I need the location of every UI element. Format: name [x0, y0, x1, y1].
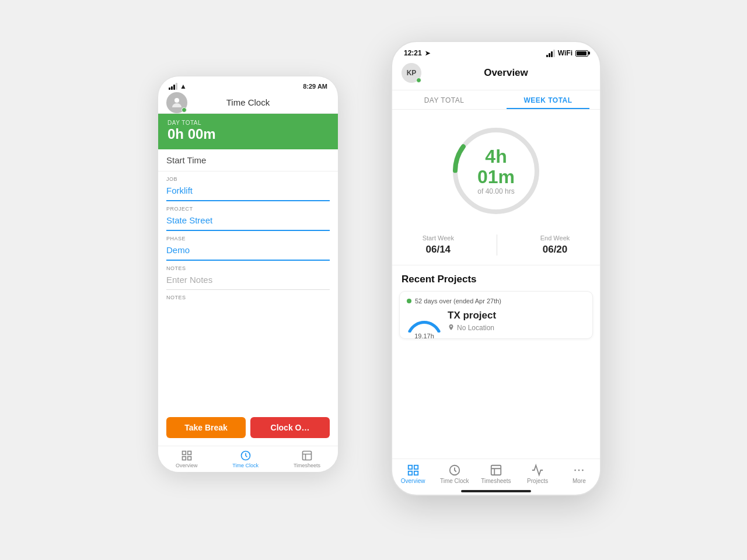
take-break-button[interactable]: Take Break — [166, 417, 246, 438]
project-arc-chart: 19.17h — [407, 309, 442, 332]
ring-sub-label: of 40.00 hrs — [472, 187, 521, 195]
nav-timesheets-label-back: Timesheets — [294, 463, 320, 468]
svg-rect-2 — [187, 452, 191, 455]
header-back: Time Clock — [158, 94, 338, 114]
start-time-label: Start Time — [166, 155, 206, 165]
svg-rect-12 — [414, 466, 417, 469]
nav-overview-front[interactable]: Overview — [397, 464, 430, 484]
svg-point-20 — [578, 470, 580, 471]
grid-icon — [407, 464, 420, 477]
nav-bar-back: Overview Time Clock Timesheets — [158, 446, 338, 472]
svg-rect-6 — [302, 452, 311, 460]
start-week-date: 06/14 — [423, 244, 454, 256]
job-label: JOB — [166, 176, 330, 182]
svg-rect-14 — [414, 471, 417, 475]
project-overdue-row: 52 days over (ended Apr 27th) — [407, 298, 585, 304]
project-card-0[interactable]: 52 days over (ended Apr 27th) 19.17h TX … — [399, 291, 593, 339]
avatar-initials: KP — [407, 69, 417, 77]
svg-rect-11 — [408, 466, 411, 469]
overdue-text: 52 days over (ended Apr 27th) — [415, 298, 501, 304]
front-phone: 12:21 ➤ WiFi — [391, 41, 601, 496]
action-buttons-back: Take Break Clock O… — [158, 411, 338, 444]
notes1-label: NOTES — [166, 265, 330, 271]
tab-day-total[interactable]: DAY TOTAL — [392, 90, 496, 109]
project-location-text: No Location — [457, 324, 494, 332]
day-total-value-back: 0h 00m — [167, 126, 329, 142]
end-week-date: 06/20 — [540, 244, 570, 256]
avatar-online-dot — [416, 78, 421, 83]
nav-overview-label-back: Overview — [176, 463, 198, 468]
avatar-dot-back — [181, 107, 187, 113]
nav-timesheets-label-front: Timesheets — [481, 478, 511, 484]
nav-more-front[interactable]: More — [563, 464, 595, 484]
scene: ▲ 8:29 AM Time Clock DAY TOTAL 0h 00m — [146, 41, 601, 519]
header-title-back: Time Clock — [226, 97, 270, 107]
job-value[interactable]: Forklift — [166, 183, 330, 201]
notes2-label: NOTES — [166, 295, 330, 300]
recent-projects-section: Recent Projects 52 days over (ended Apr … — [392, 265, 600, 459]
svg-point-21 — [582, 470, 584, 471]
battery-icon — [575, 50, 588, 57]
project-info: TX project No Location — [448, 310, 585, 332]
project-label: PROJECT — [166, 206, 330, 212]
fields-section: JOB Forklift PROJECT State Street PHASE … — [158, 172, 338, 300]
location-icon: ➤ — [425, 50, 430, 57]
clock-out-button[interactable]: Clock O… — [250, 417, 330, 438]
sheet-icon — [490, 464, 502, 477]
nav-overview-back[interactable]: Overview — [176, 450, 198, 468]
nav-timeclock-label-front: Time Clock — [440, 478, 469, 484]
svg-rect-16 — [491, 466, 501, 475]
recent-projects-title: Recent Projects — [392, 265, 600, 291]
more-icon — [573, 464, 585, 477]
svg-rect-4 — [187, 457, 191, 460]
nav-bar-front: Overview Time Clock Timesheets — [392, 459, 600, 487]
week-row: Start Week 06/14 End Week 06/20 — [392, 226, 600, 265]
nav-timesheets-front[interactable]: Timesheets — [480, 464, 512, 484]
header-title-front: Overview — [421, 67, 591, 79]
clock-icon — [448, 464, 461, 477]
location-pin-icon — [448, 324, 455, 332]
end-week-col: End Week 06/20 — [540, 235, 570, 256]
status-time-front: 12:21 — [404, 49, 422, 57]
project-name: TX project — [448, 310, 585, 321]
nav-projects-label-front: Projects — [527, 478, 548, 484]
status-bar-front: 12:21 ➤ WiFi — [392, 42, 600, 61]
project-value[interactable]: State Street — [166, 213, 330, 231]
wifi-icon: WiFi — [558, 49, 573, 57]
status-bar-back: ▲ 8:29 AM — [158, 76, 338, 94]
chart-icon — [531, 464, 544, 477]
phase-label: PHASE — [166, 236, 330, 242]
nav-timesheets-back[interactable]: Timesheets — [294, 450, 320, 468]
week-divider — [497, 235, 497, 256]
ring-time-value: 4h 01m — [472, 146, 521, 187]
ring-text: 4h 01m of 40.00 hrs — [472, 146, 521, 195]
project-body: 19.17h TX project No Location — [407, 309, 585, 332]
nav-overview-label-front: Overview — [401, 478, 425, 484]
svg-rect-1 — [182, 452, 186, 455]
start-week-label: Start Week — [423, 235, 454, 242]
day-total-back: DAY TOTAL 0h 00m — [158, 114, 338, 149]
svg-point-0 — [174, 98, 179, 103]
svg-rect-13 — [408, 471, 411, 475]
avatar-back — [166, 92, 187, 113]
overdue-dot — [407, 299, 411, 303]
nav-timeclock-label-back: Time Clock — [232, 463, 259, 468]
signal-icon — [546, 50, 555, 57]
day-total-label-back: DAY TOTAL — [167, 120, 329, 126]
status-icons-front: WiFi — [546, 49, 588, 57]
home-indicator — [461, 490, 531, 492]
back-phone: ▲ 8:29 AM Time Clock DAY TOTAL 0h 00m — [158, 76, 338, 473]
phase-value[interactable]: Demo — [166, 243, 330, 261]
nav-timeclock-back[interactable]: Time Clock — [232, 450, 259, 468]
project-location: No Location — [448, 324, 585, 332]
notes1-value[interactable]: Enter Notes — [166, 272, 330, 290]
svg-point-19 — [575, 470, 577, 471]
svg-rect-3 — [182, 457, 186, 460]
start-time-row[interactable]: Start Time — [158, 149, 338, 172]
nav-timeclock-front[interactable]: Time Clock — [438, 464, 471, 484]
tabs-row: DAY TOTAL WEEK TOTAL — [392, 90, 600, 110]
avatar-front[interactable]: KP — [402, 63, 421, 83]
progress-ring: 4h 01m of 40.00 hrs — [446, 121, 546, 220]
nav-projects-front[interactable]: Projects — [521, 464, 554, 484]
tab-week-total[interactable]: WEEK TOTAL — [496, 90, 600, 109]
